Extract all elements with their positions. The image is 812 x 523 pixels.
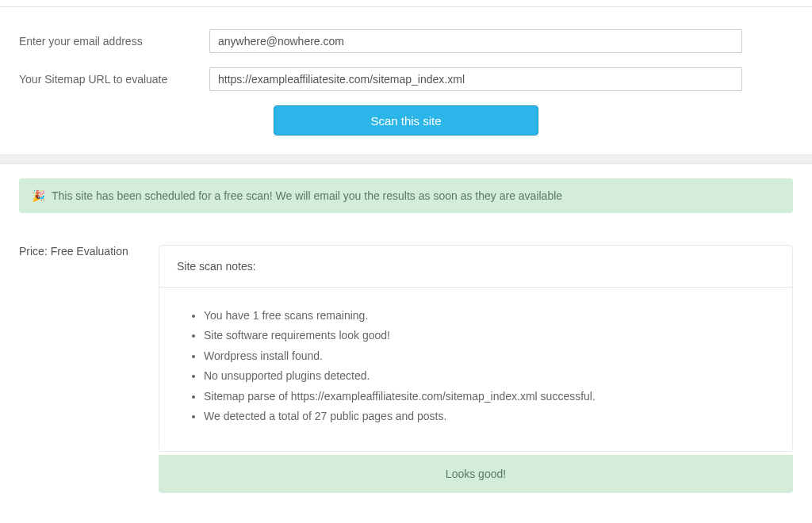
scan-button[interactable]: Scan this site <box>274 105 538 136</box>
notes-list: You have 1 free scans remaining. Site so… <box>177 307 775 425</box>
form-section: Enter your email address Your Sitemap UR… <box>0 7 812 155</box>
notes-card: Site scan notes: You have 1 free scans r… <box>159 245 793 452</box>
section-divider <box>0 155 812 164</box>
notes-column: Site scan notes: You have 1 free scans r… <box>159 245 793 493</box>
list-item: Site software requirements look good! <box>204 326 775 344</box>
results-section: Price: Free Evaluation Site scan notes: … <box>0 213 812 512</box>
sitemap-label: Your Sitemap URL to evaluate <box>19 73 209 86</box>
email-label: Enter your email address <box>19 35 209 48</box>
list-item: We detected a total of 27 public pages a… <box>204 407 775 425</box>
sitemap-input[interactable] <box>209 67 742 91</box>
list-item: Sitemap parse of https://exampleaffiliat… <box>204 387 775 405</box>
party-icon: 🎉 <box>32 189 45 202</box>
looks-good-banner: Looks good! <box>159 455 793 493</box>
notes-header: Site scan notes: <box>159 246 792 288</box>
email-row: Enter your email address <box>19 29 793 53</box>
notes-body: You have 1 free scans remaining. Site so… <box>159 288 792 451</box>
list-item: Wordpress install found. <box>204 347 775 365</box>
email-input[interactable] <box>209 29 742 53</box>
alert-success: 🎉 This site has been scheduled for a fre… <box>19 178 793 213</box>
button-row: Scan this site <box>19 105 793 136</box>
sitemap-row: Your Sitemap URL to evaluate <box>19 67 793 91</box>
alert-message: This site has been scheduled for a free … <box>52 189 562 202</box>
alert-wrapper: 🎉 This site has been scheduled for a fre… <box>0 164 812 213</box>
list-item: No unsupported plugins detected. <box>204 367 775 384</box>
price-label: Price: Free Evaluation <box>19 245 159 258</box>
list-item: You have 1 free scans remaining. <box>204 307 775 324</box>
price-column: Price: Free Evaluation <box>19 245 159 493</box>
